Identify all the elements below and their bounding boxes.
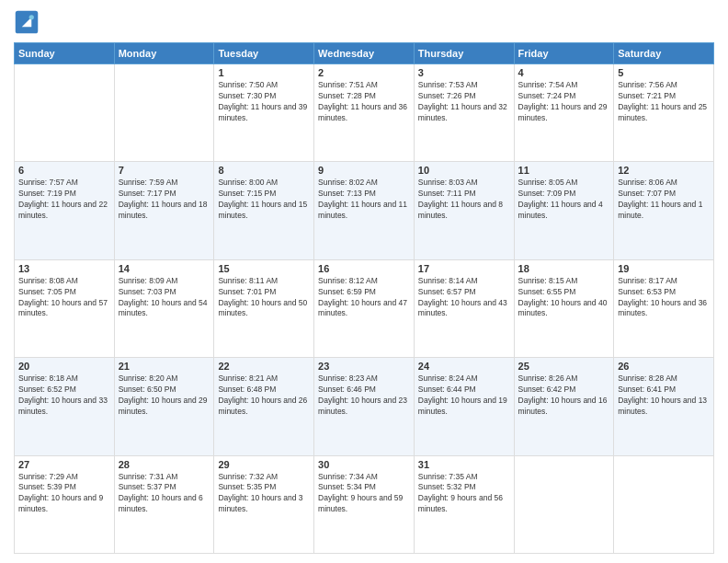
day-info: Sunrise: 8:12 AM Sunset: 6:59 PM Dayligh… [318, 276, 410, 320]
day-info: Sunrise: 7:59 AM Sunset: 7:17 PM Dayligh… [119, 178, 210, 222]
calendar-cell: 22Sunrise: 8:21 AM Sunset: 6:48 PM Dayli… [214, 358, 314, 455]
calendar-cell: 3Sunrise: 7:53 AM Sunset: 7:26 PM Daylig… [414, 64, 514, 162]
calendar-cell: 1Sunrise: 7:50 AM Sunset: 7:30 PM Daylig… [214, 64, 314, 162]
day-number: 26 [618, 361, 710, 372]
day-number: 15 [218, 263, 310, 274]
day-number: 23 [318, 361, 410, 372]
calendar-cell: 12Sunrise: 8:06 AM Sunset: 7:07 PM Dayli… [614, 162, 714, 259]
day-number: 20 [18, 361, 110, 372]
day-info: Sunrise: 7:54 AM Sunset: 7:24 PM Dayligh… [518, 80, 610, 124]
week-row-2: 6Sunrise: 7:57 AM Sunset: 7:19 PM Daylig… [15, 162, 714, 259]
calendar-cell: 18Sunrise: 8:15 AM Sunset: 6:55 PM Dayli… [514, 259, 614, 357]
calendar-cell: 10Sunrise: 8:03 AM Sunset: 7:11 PM Dayli… [414, 162, 514, 259]
weekday-header-tuesday: Tuesday [214, 43, 314, 64]
day-number: 6 [18, 165, 110, 176]
calendar-cell: 9Sunrise: 8:02 AM Sunset: 7:13 PM Daylig… [314, 162, 415, 259]
day-number: 18 [518, 263, 610, 274]
day-info: Sunrise: 8:11 AM Sunset: 7:01 PM Dayligh… [218, 276, 310, 320]
day-number: 3 [418, 67, 510, 78]
day-info: Sunrise: 7:50 AM Sunset: 7:30 PM Dayligh… [218, 80, 310, 124]
weekday-header-saturday: Saturday [614, 43, 714, 64]
calendar-cell: 26Sunrise: 8:28 AM Sunset: 6:41 PM Dayli… [614, 358, 714, 455]
day-info: Sunrise: 8:26 AM Sunset: 6:42 PM Dayligh… [518, 373, 610, 418]
day-info: Sunrise: 7:29 AM Sunset: 5:39 PM Dayligh… [18, 472, 110, 516]
calendar-cell [114, 64, 214, 162]
calendar-cell: 16Sunrise: 8:12 AM Sunset: 6:59 PM Dayli… [314, 259, 415, 357]
day-info: Sunrise: 7:53 AM Sunset: 7:26 PM Dayligh… [418, 80, 510, 124]
day-info: Sunrise: 7:51 AM Sunset: 7:28 PM Dayligh… [318, 80, 410, 124]
logo [14, 9, 43, 35]
calendar-cell: 14Sunrise: 8:09 AM Sunset: 7:03 PM Dayli… [114, 259, 214, 357]
day-number: 28 [119, 459, 210, 470]
day-number: 1 [218, 67, 310, 78]
calendar-cell: 20Sunrise: 8:18 AM Sunset: 6:52 PM Dayli… [15, 358, 115, 455]
day-info: Sunrise: 8:18 AM Sunset: 6:52 PM Dayligh… [18, 373, 110, 418]
calendar-cell: 28Sunrise: 7:31 AM Sunset: 5:37 PM Dayli… [114, 455, 214, 553]
day-number: 7 [119, 165, 210, 176]
day-info: Sunrise: 8:00 AM Sunset: 7:15 PM Dayligh… [218, 178, 310, 222]
weekday-header-friday: Friday [514, 43, 614, 64]
day-info: Sunrise: 7:32 AM Sunset: 5:35 PM Dayligh… [218, 472, 310, 516]
calendar-cell: 11Sunrise: 8:05 AM Sunset: 7:09 PM Dayli… [514, 162, 614, 259]
calendar-cell: 17Sunrise: 8:14 AM Sunset: 6:57 PM Dayli… [414, 259, 514, 357]
calendar-cell: 24Sunrise: 8:24 AM Sunset: 6:44 PM Dayli… [414, 358, 514, 455]
day-info: Sunrise: 8:09 AM Sunset: 7:03 PM Dayligh… [119, 276, 210, 320]
day-info: Sunrise: 7:57 AM Sunset: 7:19 PM Dayligh… [18, 178, 110, 222]
weekday-header-sunday: Sunday [15, 43, 115, 64]
logo-icon [14, 9, 40, 35]
day-info: Sunrise: 8:06 AM Sunset: 7:07 PM Dayligh… [618, 178, 710, 222]
day-number: 29 [218, 459, 310, 470]
svg-point-2 [29, 15, 34, 19]
calendar-cell [15, 64, 115, 162]
day-number: 31 [418, 459, 510, 470]
calendar-cell: 15Sunrise: 8:11 AM Sunset: 7:01 PM Dayli… [214, 259, 314, 357]
day-info: Sunrise: 8:20 AM Sunset: 6:50 PM Dayligh… [119, 373, 210, 418]
calendar-cell: 7Sunrise: 7:59 AM Sunset: 7:17 PM Daylig… [114, 162, 214, 259]
week-row-5: 27Sunrise: 7:29 AM Sunset: 5:39 PM Dayli… [15, 455, 714, 553]
calendar-cell: 27Sunrise: 7:29 AM Sunset: 5:39 PM Dayli… [15, 455, 115, 553]
day-number: 10 [418, 165, 510, 176]
calendar-cell: 6Sunrise: 7:57 AM Sunset: 7:19 PM Daylig… [15, 162, 115, 259]
day-info: Sunrise: 8:17 AM Sunset: 6:53 PM Dayligh… [618, 276, 710, 320]
calendar-cell: 25Sunrise: 8:26 AM Sunset: 6:42 PM Dayli… [514, 358, 614, 455]
calendar-cell: 31Sunrise: 7:35 AM Sunset: 5:32 PM Dayli… [414, 455, 514, 553]
day-number: 24 [418, 361, 510, 372]
day-number: 11 [518, 165, 610, 176]
page: SundayMondayTuesdayWednesdayThursdayFrid… [0, 0, 728, 563]
weekday-header-thursday: Thursday [414, 43, 514, 64]
day-info: Sunrise: 8:24 AM Sunset: 6:44 PM Dayligh… [418, 373, 510, 418]
day-info: Sunrise: 7:31 AM Sunset: 5:37 PM Dayligh… [119, 472, 210, 516]
day-info: Sunrise: 7:34 AM Sunset: 5:34 PM Dayligh… [318, 472, 410, 516]
week-row-4: 20Sunrise: 8:18 AM Sunset: 6:52 PM Dayli… [15, 358, 714, 455]
calendar-cell [614, 455, 714, 553]
day-info: Sunrise: 7:35 AM Sunset: 5:32 PM Dayligh… [418, 472, 510, 516]
calendar-cell: 23Sunrise: 8:23 AM Sunset: 6:46 PM Dayli… [314, 358, 415, 455]
day-number: 4 [518, 67, 610, 78]
day-info: Sunrise: 8:23 AM Sunset: 6:46 PM Dayligh… [318, 373, 410, 418]
day-number: 9 [318, 165, 410, 176]
calendar-cell: 29Sunrise: 7:32 AM Sunset: 5:35 PM Dayli… [214, 455, 314, 553]
calendar-cell: 30Sunrise: 7:34 AM Sunset: 5:34 PM Dayli… [314, 455, 415, 553]
calendar-cell: 4Sunrise: 7:54 AM Sunset: 7:24 PM Daylig… [514, 64, 614, 162]
calendar-cell: 21Sunrise: 8:20 AM Sunset: 6:50 PM Dayli… [114, 358, 214, 455]
calendar-cell: 2Sunrise: 7:51 AM Sunset: 7:28 PM Daylig… [314, 64, 415, 162]
day-info: Sunrise: 8:21 AM Sunset: 6:48 PM Dayligh… [218, 373, 310, 418]
day-number: 30 [318, 459, 410, 470]
day-info: Sunrise: 8:05 AM Sunset: 7:09 PM Dayligh… [518, 178, 610, 222]
day-number: 13 [18, 263, 110, 274]
week-row-1: 1Sunrise: 7:50 AM Sunset: 7:30 PM Daylig… [15, 64, 714, 162]
calendar-table: SundayMondayTuesdayWednesdayThursdayFrid… [14, 42, 714, 554]
day-number: 12 [618, 165, 710, 176]
day-info: Sunrise: 8:14 AM Sunset: 6:57 PM Dayligh… [418, 276, 510, 320]
day-info: Sunrise: 8:28 AM Sunset: 6:41 PM Dayligh… [618, 373, 710, 418]
calendar-cell: 5Sunrise: 7:56 AM Sunset: 7:21 PM Daylig… [614, 64, 714, 162]
calendar-cell [514, 455, 614, 553]
calendar-cell: 8Sunrise: 8:00 AM Sunset: 7:15 PM Daylig… [214, 162, 314, 259]
day-info: Sunrise: 8:03 AM Sunset: 7:11 PM Dayligh… [418, 178, 510, 222]
day-number: 27 [18, 459, 110, 470]
week-row-3: 13Sunrise: 8:08 AM Sunset: 7:05 PM Dayli… [15, 259, 714, 357]
day-info: Sunrise: 8:15 AM Sunset: 6:55 PM Dayligh… [518, 276, 610, 320]
day-info: Sunrise: 8:08 AM Sunset: 7:05 PM Dayligh… [18, 276, 110, 320]
day-number: 5 [618, 67, 710, 78]
day-number: 8 [218, 165, 310, 176]
